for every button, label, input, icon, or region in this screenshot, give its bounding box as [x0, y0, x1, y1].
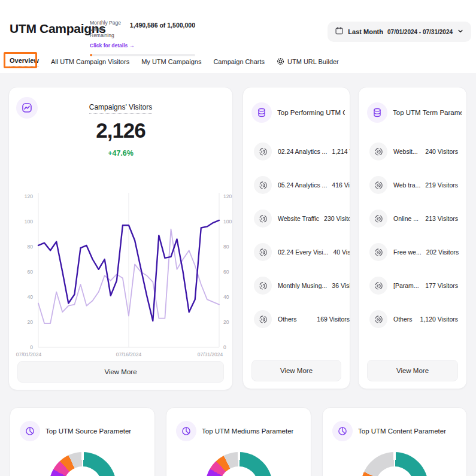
- svg-text:60: 60: [28, 269, 34, 275]
- svg-text:40: 40: [223, 294, 229, 300]
- date-range-value: 07/01/2024 - 07/31/2024: [387, 29, 453, 35]
- tab-campaign-charts[interactable]: Campaign Charts: [213, 58, 265, 65]
- campaign-icon: [369, 143, 387, 160]
- svg-text:120: 120: [223, 193, 232, 199]
- campaign-icon: [369, 310, 387, 328]
- campaign-list: 02.24 Analytics ... 1,214 Visitors 05.24…: [243, 135, 350, 336]
- source-donut-chart: [49, 452, 116, 476]
- list-item: [Param... 177 Visitors: [359, 269, 466, 302]
- tab-bar: Overview All UTM Campaign Visitors My UT…: [10, 53, 339, 71]
- database-icon: [367, 102, 387, 123]
- card-title: Top UTM Mediums Parameter: [202, 428, 293, 435]
- top-utm-content-card: Top UTM Content Parameter: [322, 407, 467, 476]
- mediums-donut-chart: [205, 452, 272, 476]
- top-utm-mediums-card: Top UTM Mediums Parameter: [166, 407, 311, 476]
- list-item: Monthly Musing... 36 Visitors: [243, 269, 350, 302]
- svg-text:120: 120: [25, 193, 33, 199]
- dashboard-content: Campaigns' Visitors 2,126 +47.6% 0020204…: [0, 73, 476, 476]
- svg-text:07/16/2024: 07/16/2024: [116, 351, 142, 357]
- campaign-icon: [254, 277, 272, 295]
- list-item: 02.24 Analytics ... 1,214 Visitors: [243, 135, 350, 168]
- list-item: 02.24 Every Visi... 40 Visitors: [243, 235, 350, 269]
- date-range-picker[interactable]: Last Month 07/01/2024 - 07/31/2024: [328, 22, 471, 42]
- campaign-icon: [369, 176, 387, 194]
- view-more-button[interactable]: View More: [17, 361, 224, 383]
- campaign-icon: [254, 310, 272, 328]
- gear-icon: [277, 57, 284, 66]
- list-item: Free we... 202 Visitors: [359, 235, 466, 269]
- visitors-change-badge: +47.6%: [9, 149, 232, 157]
- visitors-total: 2,126: [9, 119, 232, 143]
- click-for-details-link[interactable]: Click for details →: [90, 43, 134, 48]
- page-views-label: Monthly Page Views Remaining: [90, 20, 128, 39]
- page-views-value: 1,490,586 of 1,500,000: [130, 22, 195, 29]
- card-title: Top UTM Content Parameter: [358, 428, 446, 435]
- card-title: Top UTM Term Parameter: [393, 109, 462, 116]
- campaign-icon: [254, 143, 272, 160]
- page-header: UTM Campaigns Monthly Page Views Remaini…: [0, 0, 476, 73]
- svg-text:60: 60: [223, 269, 229, 275]
- svg-text:20: 20: [28, 319, 34, 325]
- list-item: Web tra... 219 Visitors: [359, 168, 466, 202]
- page-views-remaining: Monthly Page Views Remaining 1,490,586 o…: [90, 20, 195, 56]
- campaign-icon: [369, 210, 387, 228]
- list-item: 05.24 Analytics ... 416 Visitors: [243, 168, 350, 202]
- svg-text:80: 80: [223, 244, 229, 250]
- svg-text:20: 20: [223, 319, 229, 325]
- view-more-button[interactable]: View More: [367, 360, 458, 381]
- tab-all-utm-campaign-visitors[interactable]: All UTM Campaign Visitors: [51, 58, 129, 65]
- svg-text:100: 100: [223, 219, 232, 225]
- campaign-icon: [254, 243, 272, 261]
- list-item: Website Traffic 230 Visitors: [243, 202, 350, 235]
- calendar-icon: [335, 26, 344, 38]
- list-item: Others 1,120 Visitors: [359, 302, 466, 336]
- tab-my-utm-campaigns[interactable]: My UTM Campaigns: [141, 58, 201, 65]
- visitors-line-chart: 00202040406060808010010012012007/01/2024…: [9, 187, 233, 362]
- card-title: Campaigns' Visitors: [9, 103, 232, 111]
- chevron-down-icon: [457, 26, 464, 37]
- card-title: Top Performing UTM Camp...: [277, 109, 345, 116]
- tab-overview[interactable]: Overview: [10, 57, 39, 66]
- pie-chart-icon: [176, 421, 196, 441]
- card-title: Top UTM Source Parameter: [46, 428, 131, 435]
- database-icon: [251, 102, 272, 123]
- list-item: Online ... 213 Visitors: [359, 202, 466, 235]
- line-chart-icon: [16, 97, 38, 119]
- campaign-icon: [369, 277, 387, 295]
- list-item: Websit... 240 Visitors: [359, 135, 466, 168]
- campaign-icon: [254, 210, 272, 228]
- content-donut-chart: [361, 452, 428, 476]
- campaign-icon: [254, 176, 272, 194]
- top-utm-term-card: Top UTM Term Parameter Websit... 240 Vis…: [358, 87, 467, 389]
- pie-chart-icon: [332, 421, 353, 441]
- campaigns-visitors-card: Campaigns' Visitors 2,126 +47.6% 0020204…: [8, 87, 233, 390]
- top-utm-source-card: Top UTM Source Parameter: [10, 407, 155, 476]
- svg-text:80: 80: [28, 244, 34, 250]
- top-performing-card: Top Performing UTM Camp... 02.24 Analyti…: [242, 87, 350, 389]
- svg-text:0: 0: [223, 344, 226, 350]
- pie-chart-icon: [20, 421, 40, 441]
- campaign-icon: [369, 243, 387, 261]
- svg-text:07/31/2024: 07/31/2024: [198, 351, 223, 357]
- svg-text:100: 100: [25, 219, 33, 225]
- view-more-button[interactable]: View More: [251, 360, 341, 381]
- svg-text:40: 40: [28, 294, 34, 300]
- list-item: Others 169 Visitors: [243, 302, 350, 336]
- term-list: Websit... 240 Visitors Web tra... 219 Vi…: [359, 135, 466, 336]
- svg-text:07/01/2024: 07/01/2024: [16, 351, 42, 357]
- svg-text:0: 0: [30, 344, 33, 350]
- tab-utm-url-builder[interactable]: UTM URL Builder: [277, 57, 339, 66]
- date-preset-label: Last Month: [348, 28, 383, 35]
